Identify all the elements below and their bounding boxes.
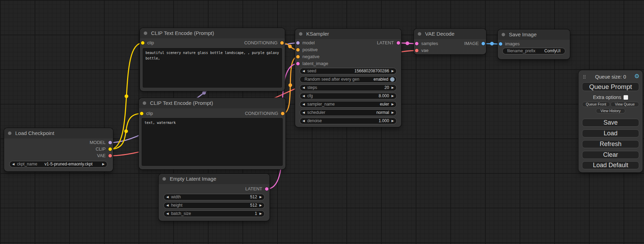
positive-prompt-textarea[interactable]: beautiful scenery nature glass bottle la… — [143, 48, 282, 88]
load-button[interactable]: Load — [582, 129, 639, 137]
widget-value: normal — [376, 110, 389, 116]
collapse-dot-icon[interactable] — [418, 32, 421, 36]
batch-size-widget[interactable]: ◀ batch_size 1 ▶ — [164, 210, 265, 217]
widget-value: 1 — [255, 211, 257, 217]
output-clip: CLIP — [4, 146, 113, 153]
node-title-bar[interactable]: CLIP Text Encode (Prompt) — [140, 28, 285, 38]
latent-port-icon[interactable] — [397, 41, 400, 45]
widget-label: steps — [307, 85, 317, 91]
cfg-widget[interactable]: ◀ cfg 8.000 ▶ — [300, 93, 397, 99]
scheduler-widget[interactable]: ◀ scheduler normal ▶ — [300, 109, 397, 116]
collapse-dot-icon[interactable] — [162, 177, 166, 181]
save-button[interactable]: Save — [582, 119, 639, 127]
widget-value: 512 — [250, 202, 257, 208]
filename-prefix-widget[interactable]: filename_prefix ComfyUI — [502, 48, 565, 54]
queue-front-button[interactable]: Queue Front — [582, 102, 610, 107]
link-clip-positive-dot — [125, 94, 129, 98]
arrow-left-icon[interactable]: ◀ — [164, 202, 171, 208]
arrow-left-icon[interactable]: ◀ — [300, 68, 307, 74]
settings-gear-icon[interactable]: ⚙ — [634, 73, 639, 80]
widget-value: 8.000 — [379, 93, 389, 99]
arrow-left-icon[interactable]: ◀ — [300, 93, 307, 99]
load-default-button[interactable]: Load Default — [582, 161, 639, 169]
extra-options-checkbox[interactable] — [624, 95, 628, 100]
input-label: vae — [421, 48, 429, 53]
node-title-bar[interactable]: Load Checkpoint — [4, 128, 113, 138]
arrow-left-icon[interactable]: ◀ — [10, 161, 17, 167]
node-ksampler[interactable]: KSampler model LATENT positive negative … — [295, 29, 401, 127]
arrow-right-icon[interactable]: ▶ — [389, 85, 396, 91]
node-title-bar[interactable]: KSampler — [295, 29, 401, 39]
node-title: Load Checkpoint — [15, 130, 54, 136]
negative-prompt-textarea[interactable]: text, watermark — [142, 118, 283, 166]
node-empty-latent-image[interactable]: Empty Latent Image LATENT ◀ width 512 ▶ … — [159, 174, 270, 221]
node-title-bar[interactable]: Empty Latent Image — [159, 174, 270, 184]
collapse-dot-icon[interactable] — [299, 32, 302, 36]
node-title: VAE Decode — [425, 31, 455, 37]
node-vae-decode[interactable]: VAE Decode samples IMAGE vae — [414, 29, 486, 54]
ckpt-name-widget[interactable]: ◀ ckpt_name v1-5-pruned-emaonly.ckpt ▶ — [9, 161, 107, 168]
arrow-left-icon[interactable]: ◀ — [300, 110, 307, 116]
output-label: CONDITIONING — [245, 111, 278, 116]
height-widget[interactable]: ◀ height 512 ▶ — [164, 202, 265, 209]
widget-label: cfg — [307, 93, 313, 99]
clip-port-icon[interactable] — [108, 147, 112, 151]
queue-prompt-button[interactable]: Queue Prompt — [582, 82, 639, 91]
node-save-image[interactable]: Save Image images filename_prefix ComfyU… — [498, 29, 570, 59]
arrow-left-icon[interactable]: ◀ — [164, 194, 171, 200]
output-vae: VAE — [4, 152, 113, 159]
view-history-button[interactable]: View History — [596, 108, 625, 114]
arrow-left-icon[interactable]: ◀ — [300, 85, 307, 91]
conditioning-port-icon[interactable] — [280, 41, 284, 45]
vae-port-icon[interactable] — [415, 49, 418, 52]
output-conditioning: CONDITIONING — [139, 110, 285, 117]
node-title-bar[interactable]: VAE Decode — [414, 29, 486, 39]
arrow-right-icon[interactable]: ▶ — [100, 161, 107, 167]
comfyui-canvas[interactable]: { "colors": { "model": "#B39DDB", "clip"… — [0, 0, 644, 244]
output-label: LATENT — [245, 186, 262, 191]
arrow-right-icon[interactable]: ▶ — [389, 101, 396, 107]
view-queue-button[interactable]: View Queue — [610, 102, 639, 107]
arrow-left-icon[interactable]: ◀ — [164, 211, 171, 217]
arrow-right-icon[interactable]: ▶ — [389, 68, 396, 74]
seed-widget[interactable]: ◀ seed 156680208700286 ▶ — [300, 68, 397, 74]
output-latent: LATENT — [159, 186, 270, 192]
conditioning-port-icon[interactable] — [281, 112, 284, 115]
width-widget[interactable]: ◀ width 512 ▶ — [164, 194, 265, 200]
arrow-right-icon[interactable]: ▶ — [257, 211, 264, 217]
image-port-icon[interactable] — [499, 42, 502, 46]
toggle-icon[interactable] — [390, 77, 395, 82]
widget-value: 512 — [250, 194, 257, 200]
vae-port-icon[interactable] — [108, 154, 112, 157]
collapse-dot-icon[interactable] — [8, 132, 11, 135]
collapse-dot-icon[interactable] — [144, 31, 147, 35]
conditioning-port-icon[interactable] — [296, 55, 300, 58]
node-clip-text-encode-positive[interactable]: CLIP Text Encode (Prompt) clip CONDITION… — [140, 28, 285, 91]
arrow-right-icon[interactable]: ▶ — [389, 118, 396, 124]
output-label: IMAGE — [464, 41, 479, 46]
random-seed-widget[interactable]: Random seed after every gen enabled — [300, 76, 397, 83]
node-title-bar[interactable]: Save Image — [498, 29, 570, 40]
denoise-widget[interactable]: ◀ denoise 1.000 ▶ — [300, 118, 397, 124]
arrow-left-icon[interactable]: ◀ — [300, 101, 307, 107]
refresh-button[interactable]: Refresh — [582, 140, 639, 148]
model-port-icon[interactable] — [108, 141, 112, 144]
node-clip-text-encode-negative[interactable]: CLIP Text Encode (Prompt) clip CONDITION… — [139, 98, 285, 169]
input-latent-image: latent_image — [295, 60, 401, 67]
arrow-right-icon[interactable]: ▶ — [389, 93, 396, 99]
node-title-bar[interactable]: CLIP Text Encode (Prompt) — [139, 98, 285, 108]
steps-widget[interactable]: ◀ steps 20 ▶ — [300, 84, 397, 91]
sampler-name-widget[interactable]: ◀ sampler_name euler ▶ — [300, 101, 397, 108]
image-port-icon[interactable] — [482, 42, 485, 45]
arrow-right-icon[interactable]: ▶ — [257, 194, 264, 200]
arrow-right-icon[interactable]: ▶ — [389, 110, 396, 116]
node-load-checkpoint[interactable]: Load Checkpoint MODEL CLIP VAE ◀ ckpt_na… — [4, 128, 113, 171]
collapse-dot-icon[interactable] — [143, 101, 146, 105]
latent-port-icon[interactable] — [296, 62, 300, 65]
clear-button[interactable]: Clear — [582, 151, 639, 159]
arrow-left-icon[interactable]: ◀ — [300, 118, 307, 124]
conditioning-port-icon[interactable] — [296, 48, 300, 52]
arrow-right-icon[interactable]: ▶ — [257, 202, 264, 208]
collapse-dot-icon[interactable] — [502, 33, 505, 36]
latent-port-icon[interactable] — [265, 187, 268, 191]
